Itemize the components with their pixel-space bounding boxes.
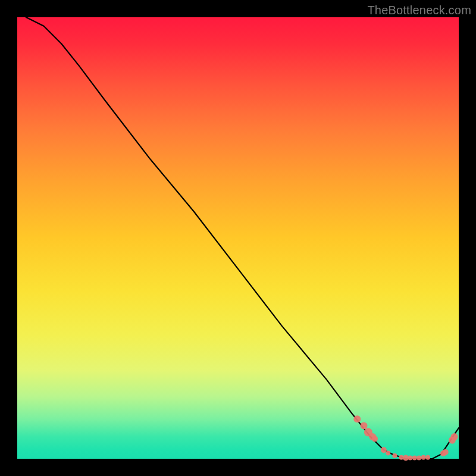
chart-markers <box>353 415 458 461</box>
marker-dot <box>412 456 417 461</box>
marker-dot <box>416 456 421 461</box>
marker-dot <box>392 453 397 458</box>
marker-dot <box>408 456 412 461</box>
marker-dot <box>361 422 368 429</box>
marker-dot <box>381 447 387 453</box>
chart-stage: TheBottleneck.com <box>0 0 476 476</box>
chart-curve <box>26 17 459 459</box>
chart-svg <box>0 0 476 476</box>
marker-dot <box>386 450 390 455</box>
marker-dot <box>353 415 361 422</box>
marker-dot <box>425 455 430 460</box>
marker-dot <box>421 455 426 460</box>
marker-dot <box>451 433 458 440</box>
marker-dot <box>443 449 449 455</box>
watermark-text: TheBottleneck.com <box>367 4 471 17</box>
marker-dot <box>372 436 378 442</box>
